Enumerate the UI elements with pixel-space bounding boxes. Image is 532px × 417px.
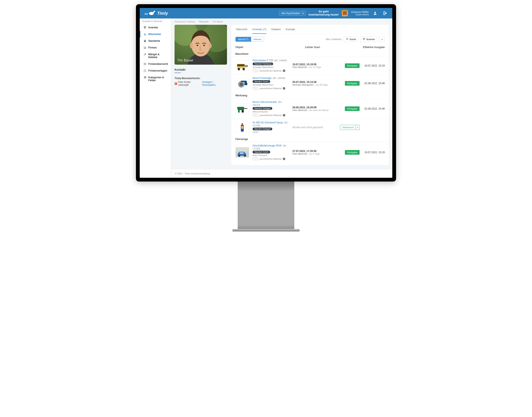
switch-icon[interactable] xyxy=(253,157,258,160)
return-button[interactable]: Rückgabe xyxy=(345,150,359,155)
seg-current[interactable]: Aktuell (7) xyxy=(235,37,251,42)
scan-icon xyxy=(363,38,365,41)
sidebar-item-inventar[interactable]: Inventar xyxy=(140,24,171,31)
personal-material-toggle[interactable]: persönliches Materiali xyxy=(253,87,290,90)
scan-by: Fitim Mehmeti - xyxy=(292,109,309,111)
sidebar-item-defekte[interactable]: Mängel & Defekte xyxy=(140,51,171,61)
breadcrumb-link[interactable]: Übersicht xyxy=(199,20,208,23)
object-link[interactable]: Bosch Akkuschrauber xyxy=(253,101,277,104)
tab-overview[interactable]: Übersicht xyxy=(236,25,247,34)
switch-icon[interactable] xyxy=(253,114,258,117)
thumbnail xyxy=(235,61,249,71)
breadcrumb: Personal & Training / Übersicht / Tim Ba… xyxy=(171,19,392,25)
action-cell: Rückgabe xyxy=(337,106,359,111)
return-button[interactable]: Rückgabe xyxy=(345,106,359,111)
scan-by: Fitim Mehmeti - xyxy=(292,153,309,155)
personal-material-label: persönliches Material xyxy=(260,70,282,72)
object-link[interactable]: Bosch Kreissäge xyxy=(253,77,271,80)
info-icon[interactable]: i xyxy=(283,114,285,116)
personal-material-label: persönliches Material xyxy=(260,114,282,116)
sidebar-item-mitarbeiter[interactable]: Mitarbeiter xyxy=(140,31,171,38)
svg-rect-18 xyxy=(144,47,145,49)
chevron-down-icon[interactable]: ▾ xyxy=(356,125,359,130)
toolbar-more[interactable]: ▾ xyxy=(379,37,385,42)
inventory-row: Bosch Akkuschrauber [BC: 234123]Standort… xyxy=(231,98,389,119)
user-name: Johannes Pfeiffer xyxy=(351,11,369,13)
scan-cell: 05.07.2022, 15:14:28Nicholas Weingarten … xyxy=(292,81,334,86)
eye-icon xyxy=(143,63,146,65)
scan-ago: vor 14 Tage xyxy=(309,66,321,68)
info-icon[interactable]: i xyxy=(283,158,285,160)
breadcrumb-leaf: Tim Bauer xyxy=(213,20,223,23)
wrench-icon xyxy=(143,53,146,56)
consumed-button[interactable]: Verbraucht xyxy=(340,125,356,130)
sidebar-item-fristenuebersicht[interactable]: Fristenübersicht xyxy=(140,61,171,67)
seg-history[interactable]: Historie xyxy=(251,37,264,42)
sidebar-item-fristenvorlagen[interactable]: Fristenvorlagen xyxy=(140,67,171,74)
logout-icon[interactable] xyxy=(381,10,388,17)
personal-material-toggle[interactable]: persönliches Materiali xyxy=(253,157,290,160)
reassign-link[interactable]: Neu zuweisen xyxy=(326,38,341,41)
org-unit-label: Alle Org.Einheiten xyxy=(281,12,300,14)
inventory-row: Putzmeister P 720 [BC: 240963]Standort H… xyxy=(231,57,389,74)
sidebar-item-label: Fristenübersicht xyxy=(148,63,168,65)
object-link[interactable]: Putzmeister P 720 xyxy=(253,59,273,62)
svg-rect-32 xyxy=(363,39,364,40)
svg-point-11 xyxy=(144,33,145,34)
subcategory-text: Sonstige Maschinen xyxy=(253,66,290,68)
subcategory-text: Sonstige Maschinen xyxy=(253,83,290,86)
scan-by: Fitim Mehmeti - xyxy=(292,66,309,68)
tab-contact[interactable]: Kontakt xyxy=(286,25,295,34)
users-icon xyxy=(143,33,146,36)
sidebar-item-firmen[interactable]: Firmen xyxy=(140,44,171,51)
scan-ago: vor etwa ein Monat xyxy=(309,109,328,111)
sidebar-item-standorte[interactable]: Standorte xyxy=(140,38,171,44)
tab-files[interactable]: Dateien xyxy=(271,25,281,34)
effective-date: 02.08.2022, 15:48 xyxy=(362,107,385,110)
personal-material-toggle[interactable]: persönliches Materiali xyxy=(253,114,290,117)
panel: Übersicht Inventar (7) Dateien Kontakt A… xyxy=(231,25,389,165)
user-icon[interactable] xyxy=(372,10,379,17)
subcategory-text: TEST xyxy=(253,131,290,134)
info-icon[interactable]: i xyxy=(283,70,285,72)
return-button[interactable]: Rückgabe xyxy=(345,63,359,68)
scan-by-line: Nicholas Weingarten - vor 28 Tage xyxy=(292,83,334,86)
personal-material-label: persönliches Material xyxy=(260,158,282,160)
link-account[interactable]: (Anlegen / Verknüpfen) xyxy=(202,81,227,86)
sidebar-item-label: Mängel & Defekte xyxy=(148,53,168,59)
svg-rect-9 xyxy=(145,26,146,28)
thumbnail xyxy=(235,78,249,89)
subcategory-text: Akkuschrauber xyxy=(253,110,290,113)
switch-icon[interactable] xyxy=(253,87,258,90)
user-block[interactable]: Johannes Pfeiffer (Super Admin) xyxy=(351,11,369,16)
grid-header: Objekt Letzter Scan Effektive Ausgabe xyxy=(231,44,389,50)
location-badge: Standort Stuttgart xyxy=(253,128,272,130)
tab-inventory[interactable]: Inventar (7) xyxy=(252,25,266,34)
object-cell: Putzmeister P 720 [BC: 240963]Standort H… xyxy=(253,59,290,72)
object-link[interactable]: 5x WD-40 Schmieröl Spray xyxy=(253,121,283,124)
object-link[interactable]: Geschäftsfahrzeuge PKW xyxy=(253,144,282,147)
sidebar-item-label: Mitarbeiter xyxy=(148,33,161,36)
location-badge: Standort Zürich xyxy=(253,151,270,153)
switch-icon[interactable] xyxy=(253,69,258,72)
brand-text: Timly xyxy=(157,11,168,16)
brand[interactable]: Timly xyxy=(144,10,168,17)
svg-rect-46 xyxy=(235,147,249,152)
qr-badge[interactable] xyxy=(342,10,348,16)
thumbnail xyxy=(235,147,249,158)
return-button[interactable]: Rückgabe xyxy=(345,81,359,86)
sidebar-item-kategorien[interactable]: Kategorien & Felder xyxy=(140,74,171,84)
segmented-control: Aktuell (7) Historie xyxy=(235,37,264,42)
info-icon[interactable]: i xyxy=(283,87,285,90)
svg-rect-34 xyxy=(237,64,245,66)
search-button[interactable]: Suche xyxy=(344,37,358,42)
personal-material-toggle[interactable]: persönliches Materiali xyxy=(253,69,290,72)
scanner-button[interactable]: Scanner xyxy=(360,37,377,42)
svg-point-28 xyxy=(203,45,205,46)
scan-ago: vor 28 Tage xyxy=(316,83,328,86)
subcategory-text: Auto Fuhrpark xyxy=(253,154,290,156)
scan-by-line: Fitim Mehmeti - vor etwa ein Monat xyxy=(292,109,334,111)
breadcrumb-root: Personal & Training xyxy=(174,20,195,23)
org-unit-select[interactable]: Alle Org.Einheiten ⇅ xyxy=(279,11,306,16)
object-cell: Geschäftsfahrzeuge PKW [BC: 113226]Stand… xyxy=(253,144,290,160)
